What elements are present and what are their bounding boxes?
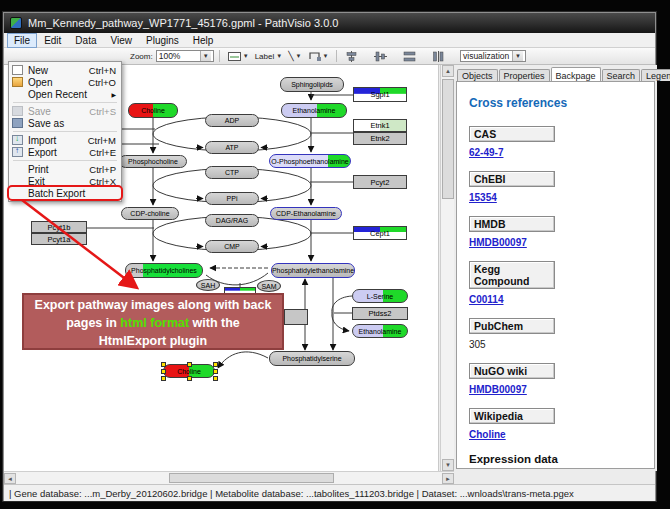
pathway-node-etnk2[interactable]: Etnk2	[353, 132, 407, 145]
side-tab-objects[interactable]: Objects	[457, 69, 498, 81]
menu-item-label: Open	[28, 77, 52, 88]
label-tool-button[interactable]: Label ▼	[252, 50, 286, 63]
line-tool-button[interactable]: ╲ ▼	[285, 50, 304, 63]
crossref-link[interactable]: Choline	[469, 429, 506, 440]
pathway-node-etnk1[interactable]: Etnk1	[353, 119, 407, 132]
zoom-combobox[interactable]: 100% ▼	[156, 50, 214, 62]
pathway-node-o-phosphoethanolamine[interactable]: O-Phosphoethanolamine	[269, 154, 351, 168]
distribute-horizontal-button[interactable]	[400, 49, 419, 63]
pathway-node-ppi[interactable]: PPi	[205, 192, 259, 205]
menubar-item-file[interactable]: File	[7, 33, 37, 48]
pathway-node-choline-selected[interactable]: Choline	[163, 364, 215, 378]
file-menu-item-batch-export[interactable]: Batch Export	[9, 187, 121, 199]
pathway-node-l-serine[interactable]: L-Serine	[352, 289, 408, 303]
pathway-node-sam[interactable]: SAM	[257, 280, 281, 292]
menubar-item-view[interactable]: View	[103, 33, 139, 48]
crossref-link[interactable]: HMDB00097	[469, 384, 527, 395]
chevron-down-icon[interactable]: ▼	[200, 51, 211, 61]
pathway-node-phosphatidylethanolamine[interactable]: Phosphatidylethanolamine	[271, 263, 355, 278]
selection-handle[interactable]	[161, 369, 166, 374]
pathway-node-sgpl1[interactable]: Sgpl1	[353, 87, 407, 102]
selection-handle[interactable]	[213, 362, 218, 367]
pathway-node-cmp[interactable]: CMP	[205, 240, 259, 253]
chevron-down-icon[interactable]: ▼	[296, 53, 302, 59]
file-menu-item-save[interactable]: SaveCtrl+S	[9, 105, 121, 117]
pathway-node-ctp[interactable]: CTP	[205, 166, 259, 179]
node-label: Phosphatidylcholines	[131, 267, 197, 274]
pathway-node-pcyt1b[interactable]: Pcyt1b	[31, 221, 87, 233]
scroll-right-icon[interactable]: ►	[442, 473, 454, 484]
menu-item-shortcut: Ctrl+S	[89, 106, 116, 117]
file-menu-item-open-recent[interactable]: Open Recent▶	[9, 88, 121, 100]
menubar-item-plugins[interactable]: Plugins	[139, 33, 186, 48]
pathway-node-phosphatidylcholines[interactable]: Phosphatidylcholines	[125, 263, 203, 278]
side-tab-legend[interactable]: Legend	[641, 69, 670, 81]
chevron-down-icon[interactable]: ▼	[276, 53, 282, 59]
pathway-node-ethanolamine-small[interactable]: Ethanolamine	[352, 324, 408, 338]
crossref-link[interactable]: HMDB00097	[469, 237, 527, 248]
file-menu-item-print[interactable]: PrintCtrl+P	[9, 163, 121, 175]
file-menu-item-save-as[interactable]: Save as	[9, 117, 121, 129]
pathway-node-ethanolamine-top[interactable]: Ethanolamine	[281, 103, 347, 118]
vertical-scroll-thumb[interactable]	[442, 79, 454, 199]
pathway-node-pcyt2[interactable]: Pcyt2	[353, 175, 407, 189]
chevron-down-icon[interactable]: ▼	[323, 53, 329, 59]
pathway-node-dag-rag[interactable]: DAG/RAG	[205, 214, 259, 227]
menu-item-shortcut: Ctrl+N	[89, 65, 116, 76]
selection-handle[interactable]	[161, 362, 166, 367]
crossref-link[interactable]: 62-49-7	[469, 147, 503, 158]
crossref-link[interactable]: C00114	[469, 294, 503, 305]
side-tab-properties[interactable]: Properties	[499, 69, 550, 81]
connector-tool-button[interactable]: ▼	[305, 50, 332, 63]
scroll-down-icon[interactable]: ▼	[442, 459, 454, 471]
pathway-node-atp[interactable]: ATP	[205, 141, 259, 154]
scroll-up-icon[interactable]: ▲	[442, 65, 454, 77]
menubar-item-data[interactable]: Data	[68, 33, 103, 48]
align-center-horizontal-button[interactable]	[342, 49, 361, 63]
crossref-link[interactable]: 15354	[469, 192, 497, 203]
chevron-down-icon[interactable]: ▼	[512, 51, 523, 61]
pathway-node-pcyt1a[interactable]: Pcyt1a	[31, 233, 87, 245]
selection-handle[interactable]	[161, 376, 166, 381]
chevron-down-icon[interactable]: ▼	[243, 53, 249, 59]
selection-handle[interactable]	[213, 376, 218, 381]
crossref-source-name: ChEBI	[469, 171, 555, 187]
pathway-node-adp[interactable]: ADP	[205, 114, 259, 127]
menu-item-label: Export	[28, 147, 57, 158]
align-center-vertical-button[interactable]	[371, 49, 390, 63]
pathway-node-choline-top[interactable]: Choline	[128, 103, 178, 118]
visualization-combobox[interactable]: visualization ▼	[460, 50, 526, 62]
file-menu-item-exit[interactable]: ExitCtrl+X	[9, 175, 121, 187]
file-menu-item-open[interactable]: OpenCtrl+O	[9, 76, 121, 88]
selection-handle[interactable]	[213, 369, 218, 374]
menubar-item-help[interactable]: Help	[186, 33, 221, 48]
pathway-node-sphingolipids[interactable]: Sphingolipids	[280, 77, 344, 92]
pathway-node-cdp-choline[interactable]: CDP-choline	[121, 207, 179, 220]
selection-handle[interactable]	[187, 362, 192, 367]
pathway-node-cept1[interactable]: Cept1	[353, 226, 407, 240]
file-menu-item-import[interactable]: ImportCtrl+M	[9, 134, 121, 146]
pathway-node-phosphatidylserine[interactable]: Phosphatidylserine	[269, 351, 355, 366]
scroll-left-icon[interactable]: ◄	[4, 473, 16, 484]
node-label: Pcyt2	[371, 178, 390, 187]
horizontal-scroll-thumb[interactable]	[169, 473, 334, 483]
datanode-tool-button[interactable]: ▼	[225, 50, 252, 63]
pathway-node-ptdss1-gene-box[interactable]	[284, 309, 308, 325]
vertical-scrollbar[interactable]: ▲ ▼	[440, 65, 454, 471]
selection-handle[interactable]	[187, 376, 192, 381]
pathway-node-ptdss2[interactable]: Ptdss2	[352, 307, 408, 320]
distribute-vertical-button[interactable]	[429, 49, 448, 63]
toolbar-separator	[219, 50, 220, 62]
title-bar[interactable]: Mm_Kennedy_pathway_WP1771_45176.gpml - P…	[4, 13, 655, 33]
pathway-node-cdp-ethanolamine[interactable]: CDP-Ethanolamine	[270, 207, 342, 220]
backpage-panel[interactable]: Cross references CAS62-49-7ChEBI15354HMD…	[456, 81, 655, 469]
menubar-item-edit[interactable]: Edit	[37, 33, 68, 48]
side-tab-search[interactable]: Search	[602, 69, 641, 81]
pathway-node-sah[interactable]: SAH	[196, 279, 220, 291]
side-tab-backpage[interactable]: Backpage	[551, 67, 601, 81]
file-menu-item-export[interactable]: ExportCtrl+E	[9, 146, 121, 158]
file-menu-item-new[interactable]: NewCtrl+N	[9, 64, 121, 76]
pathway-node-phosphocholine[interactable]: Phosphocholine	[119, 155, 187, 168]
status-text: | Gene database: ...m_Derby_20120602.bri…	[9, 488, 574, 499]
horizontal-scrollbar[interactable]: ◄ ►	[4, 471, 454, 484]
